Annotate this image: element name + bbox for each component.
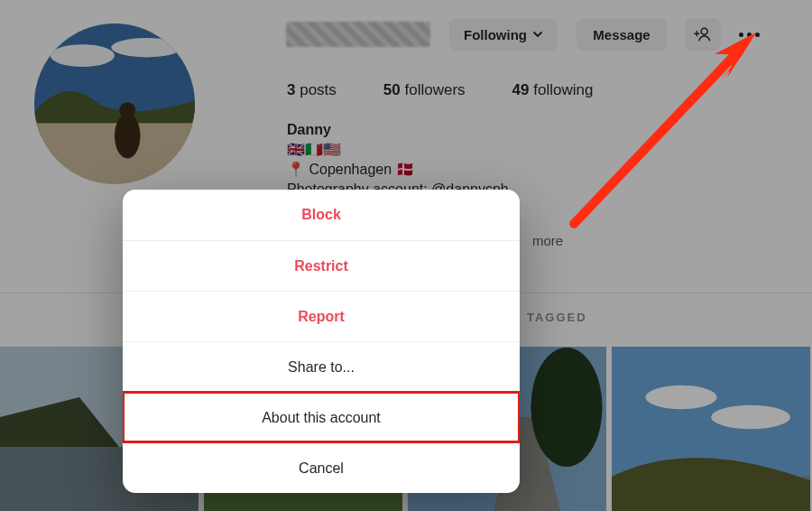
modal-report[interactable]: Report <box>123 291 520 341</box>
options-modal: Block Restrict Report Share to... About … <box>123 190 520 493</box>
modal-block[interactable]: Block <box>123 190 520 240</box>
modal-about-this-account[interactable]: About this account <box>123 392 520 442</box>
modal-restrict[interactable]: Restrict <box>123 240 520 291</box>
modal-cancel[interactable]: Cancel <box>123 442 520 493</box>
modal-share-to[interactable]: Share to... <box>123 341 520 392</box>
